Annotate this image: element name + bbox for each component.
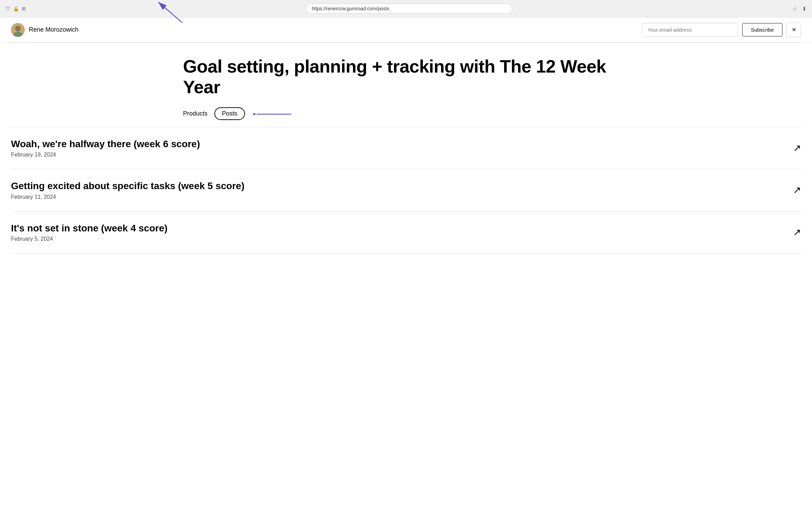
post-info: Woah, we're halfway there (week 6 score)… xyxy=(11,138,786,158)
post-date: February 5, 2024 xyxy=(11,236,786,242)
post-title: It's not set in stone (week 4 score) xyxy=(11,222,786,234)
svg-point-3 xyxy=(15,26,21,31)
post-link-arrow: ↗ xyxy=(793,142,801,154)
page-title: Goal setting, planning + tracking with T… xyxy=(183,56,629,98)
arrow-to-posts xyxy=(253,107,295,121)
post-date: February 19, 2024 xyxy=(11,152,786,158)
address-bar-wrapper xyxy=(30,3,788,14)
tab-products[interactable]: Products xyxy=(183,109,207,119)
email-input[interactable] xyxy=(642,23,738,36)
browser-action-icons: ☆ ⬇ xyxy=(792,6,806,12)
post-title: Woah, we're halfway there (week 6 score) xyxy=(11,138,786,150)
browser-security-icons: 🛡 🔒 ⊞ xyxy=(6,6,26,11)
post-title: Getting excited about specific tasks (we… xyxy=(11,180,786,192)
author-info: Rene Morozowich xyxy=(11,23,78,37)
page-header: Rene Morozowich Subscribe ✕ xyxy=(0,18,812,42)
star-icon: ☆ xyxy=(792,6,797,12)
subscribe-button[interactable]: Subscribe xyxy=(742,23,782,36)
author-name: Rene Morozowich xyxy=(29,26,78,33)
post-item[interactable]: Woah, we're halfway there (week 6 score)… xyxy=(11,127,801,170)
address-bar[interactable] xyxy=(306,3,512,14)
post-item[interactable]: Getting excited about specific tasks (we… xyxy=(11,169,801,211)
main-content: Goal setting, planning + tracking with T… xyxy=(172,43,640,120)
lock-icon: 🔒 xyxy=(13,6,19,11)
post-info: Getting excited about specific tasks (we… xyxy=(11,180,786,200)
download-icon: ⬇ xyxy=(802,6,806,12)
tabs-icon: ⊞ xyxy=(22,6,26,11)
post-link-arrow: ↗ xyxy=(793,227,801,238)
header-right: Subscribe ✕ xyxy=(642,23,801,37)
posts-list: Woah, we're halfway there (week 6 score)… xyxy=(0,127,812,254)
browser-chrome: 🛡 🔒 ⊞ ☆ ⬇ xyxy=(0,0,812,18)
tab-posts[interactable]: Posts xyxy=(214,107,245,120)
avatar xyxy=(11,23,25,37)
shield-icon: 🛡 xyxy=(6,6,10,11)
post-info: It's not set in stone (week 4 score) Feb… xyxy=(11,222,786,242)
post-date: February 11, 2024 xyxy=(11,194,786,200)
post-item[interactable]: It's not set in stone (week 4 score) Feb… xyxy=(11,211,801,254)
post-link-arrow: ↗ xyxy=(793,184,801,196)
tabs-row: Products Posts xyxy=(183,107,629,120)
close-button[interactable]: ✕ xyxy=(787,23,801,37)
